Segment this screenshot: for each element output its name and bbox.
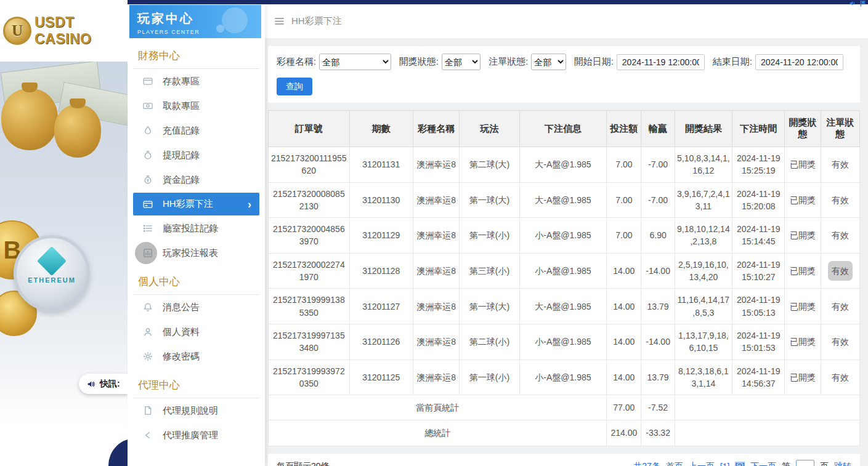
next-page-link[interactable]: 下一页: [750, 461, 776, 466]
table-cell: 第一球(小): [460, 360, 519, 395]
site-logo: U USDT CASINO: [0, 0, 128, 62]
table-cell: 7.00: [607, 218, 641, 254]
sidebar-subtitle: PLAYERS CENTER: [137, 29, 261, 35]
table-cell: 2152173200022741970: [269, 253, 350, 289]
sidebar-item[interactable]: 代理推廣管理: [128, 423, 265, 448]
draw-status-select[interactable]: 全部: [442, 54, 481, 70]
order-status-select[interactable]: 全部: [531, 54, 566, 70]
sidebar-item[interactable]: HH彩票下注›: [133, 193, 259, 215]
sidebar-item[interactable]: 資金記錄: [128, 167, 265, 192]
table-cell: 大-A盤@1.985: [519, 289, 607, 324]
first-page-link[interactable]: 首页: [666, 461, 683, 466]
sidebar-item[interactable]: 消息公告: [128, 295, 265, 319]
table-row: 215217320004856397031201129澳洲幸运8第一球(小)小-…: [269, 218, 860, 254]
column-header: 玩法: [460, 111, 519, 147]
table-cell: -7.00: [641, 182, 675, 218]
page-title: HH彩票下注: [291, 15, 342, 27]
grand-summary-label: 總統計: [269, 420, 607, 446]
table-cell: 小-A盤@1.985: [519, 324, 607, 360]
table-cell: 14.00: [607, 289, 641, 324]
site-background: U USDT CASINO KB46275 B B ETHEREUM 快訊:: [0, 0, 128, 466]
sidebar-title: 玩家中心: [137, 10, 261, 27]
table-cell: 7.00: [607, 147, 641, 183]
content-header: HH彩票下注: [265, 4, 868, 38]
search-button[interactable]: 查詢: [277, 78, 312, 95]
column-header: 投注額: [607, 111, 641, 147]
grand-summary-bet: 214.00: [607, 420, 641, 446]
page-link[interactable]: [1]: [720, 462, 730, 466]
table-cell: 14.00: [607, 360, 641, 395]
ethereum-logo-icon: [37, 246, 67, 276]
sidebar-item[interactable]: 存款專區: [128, 69, 265, 94]
start-date-label: 開始日期:: [574, 56, 614, 68]
sidebar-item-label: 取款專區: [163, 100, 200, 112]
table-cell: 31201125: [349, 360, 413, 395]
column-header: 開獎狀態: [785, 111, 821, 147]
table-cell: 小-A盤@1.985: [519, 253, 607, 289]
gear-icon: [142, 351, 153, 362]
pagination-bar: 每頁顯示20條 共27条 首页 上一页 [1][2] 下一页 第 页 跳转: [268, 454, 860, 466]
sidebar-item-label: 提現記錄: [163, 150, 200, 161]
start-date-input[interactable]: [617, 54, 705, 70]
table-cell: 2024-11-19 15:25:19: [732, 147, 785, 183]
flag-icon[interactable]: [859, 0, 867, 7]
filter-panel: 彩種名稱: 全部 開獎狀態: 全部 注單狀態: 全部 開始日期: 結束日期: 查…: [268, 46, 860, 103]
chevron-right-icon: ›: [248, 199, 251, 210]
table-cell: 澳洲幸运8: [413, 360, 459, 395]
lottery-select[interactable]: 全部: [319, 54, 391, 70]
sidebar-item[interactable]: 代理規則說明: [128, 398, 265, 423]
table-cell: -14.00: [641, 253, 675, 289]
table-header-row: 訂單號期數彩種名稱玩法下注信息投注額輸贏開獎結果下注時間開獎狀態注單狀態: [269, 111, 860, 147]
screen: U USDT CASINO KB46275 B B ETHEREUM 快訊:: [0, 0, 868, 466]
table-cell: 11,16,4,14,17,8,5,3: [675, 289, 732, 324]
jump-page-input[interactable]: [796, 460, 814, 466]
sidebar-item[interactable]: 個人資料: [128, 319, 265, 344]
sidebar-item[interactable]: 修改密碼: [128, 344, 265, 369]
table-cell: 已開獎: [785, 182, 821, 218]
brand-name: USDT CASINO: [34, 14, 128, 47]
table-cell: 第一球(大): [460, 182, 519, 218]
table-cell: 澳洲幸运8: [413, 182, 459, 218]
sidebar-item[interactable]: 充值記錄: [128, 118, 265, 143]
table-row: 215217320002274197031201128澳洲幸运8第三球(小)小-…: [269, 253, 860, 289]
table-cell: 有效: [821, 253, 859, 289]
droplet-icon: [142, 125, 153, 136]
menu-icon[interactable]: [274, 16, 285, 26]
card-icon: [142, 76, 153, 87]
user-icon: [142, 326, 153, 337]
ethereum-label: ETHEREUM: [17, 276, 87, 284]
per-page-label: 每頁顯示20條: [277, 461, 330, 466]
sidebar-item[interactable]: 玩家投注報表: [128, 241, 265, 265]
doc-icon: [142, 405, 153, 416]
moneybag-decor: [1, 89, 58, 150]
sidebar-item[interactable]: 提現記錄: [128, 143, 265, 167]
top-bar: [128, 0, 868, 4]
news-ticker: 快訊:: [79, 374, 128, 394]
order-status-label: 注單狀態:: [489, 56, 528, 68]
sidebar-item[interactable]: 廳室投註記錄: [128, 216, 265, 241]
table-cell: 2152173200080852130: [269, 182, 350, 218]
jump-button[interactable]: 跳转: [834, 461, 851, 466]
sidebar-item-label: 修改密碼: [163, 351, 200, 363]
end-date-input[interactable]: [755, 54, 843, 70]
table-cell: 第二球(小): [460, 324, 519, 360]
announcement-icon[interactable]: [848, 0, 857, 7]
prev-page-link[interactable]: 上一页: [689, 461, 715, 466]
filter-row: 彩種名稱: 全部 開獎狀態: 全部 注單狀態: 全部 開始日期: 結束日期:: [277, 54, 851, 70]
table-cell: 8,12,3,18,6,13,1,14: [675, 360, 732, 395]
table-cell: 已開獎: [785, 147, 821, 183]
table-cell: 1,13,17,9,18,6,10,15: [675, 324, 732, 360]
sidebar-item[interactable]: 取款專區: [128, 94, 265, 118]
table-row: 215217319993972035031201125澳洲幸运8第一球(小)小-…: [269, 360, 860, 395]
jump-label-suffix: 页: [820, 461, 829, 466]
share-icon: [142, 430, 153, 441]
table-cell: 31201129: [349, 218, 413, 254]
table-cell: 13.79: [641, 360, 675, 395]
current-page-link[interactable]: [2]: [735, 462, 745, 466]
sidebar-item-label: HH彩票下注: [163, 198, 213, 210]
bets-table: 訂單號期數彩種名稱玩法下注信息投注額輸贏開獎結果下注時間開獎狀態注單狀態 215…: [268, 110, 860, 446]
cursor-ripple: [135, 242, 157, 264]
page-links: [1][2]: [720, 462, 745, 466]
table-row: 215217320008085213031201130澳洲幸运8第一球(大)大-…: [269, 182, 860, 218]
banknote-icon: [142, 100, 153, 111]
